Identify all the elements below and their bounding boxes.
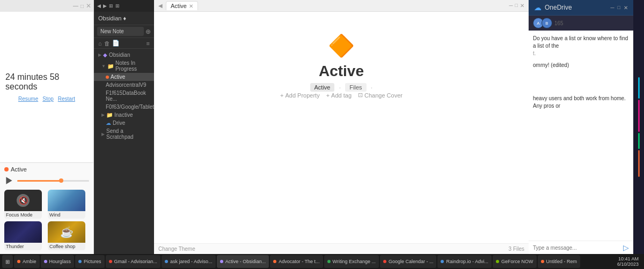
active-file-dot (106, 76, 109, 79)
tree-vault-obsidian[interactable]: ▶ ◆ Obsidian (94, 51, 154, 59)
volume-slider[interactable] (17, 180, 89, 182)
timer-restart-button[interactable]: Restart (58, 96, 75, 102)
new-note-icon[interactable]: ⊕ (145, 28, 151, 35)
onedrive-header: ☁ OneDrive ─ □ ✕ (529, 0, 633, 16)
vault-icon: ◆ (103, 52, 107, 58)
add-property-button[interactable]: + Add Property (280, 92, 320, 99)
tree-file-advisorcentral[interactable]: AdvisorcentralV9 (94, 81, 154, 89)
vault-chevron: ▶ (98, 53, 101, 57)
f0f63-label: F0f63/Google/Tablet... (106, 104, 154, 110)
tags-separator: · (339, 83, 341, 92)
timer-resume-button[interactable]: Resume (18, 96, 38, 102)
chat-message-3: heavy users and both work from home. Any… (533, 95, 629, 110)
files-icon[interactable]: 📄 (112, 40, 120, 47)
sound-card-focus[interactable]: 🔇 Focus Mode (4, 190, 42, 219)
tree-folder-scratch[interactable]: ▶ Send a Scratchpad (94, 127, 154, 141)
avatar-group: A B (533, 18, 552, 28)
start-icon: ⊞ (5, 259, 10, 265)
note-tag-active[interactable]: Active (310, 83, 335, 92)
taskbar-writing[interactable]: Writing Exchange ... (324, 255, 379, 268)
taskbar-raindrop[interactable]: Raindrop.io - Advi... (437, 255, 492, 268)
taskbar-geforce[interactable]: GeForce NOW (493, 255, 537, 268)
raindrop-label: Raindrop.io - Advi... (446, 259, 488, 264)
taskbar-pictures[interactable]: Pictures (75, 255, 105, 268)
play-pause-button[interactable] (4, 176, 14, 185)
note-tag-files[interactable]: Files (345, 83, 366, 92)
obsidian-nav-back[interactable]: ◀ (97, 3, 101, 9)
tree-file-active[interactable]: Active (94, 73, 154, 81)
timer-titlebar: ─ □ ✕ (0, 0, 93, 12)
obsidian-sidebar: ◀ ▶ ⊞ ⊞ Obsidian ♦ New Note ⊕ ⌂ 🗑 📄 ≡ ▶ … (94, 0, 154, 254)
chat-input-area: ▷ (529, 241, 633, 254)
vault-label: Obsidian (109, 52, 130, 58)
note-footer: Change Theme 3 Files (154, 243, 529, 254)
tree-file-f1f615[interactable]: F1f615DataBook Ne... (94, 89, 154, 103)
taskbar-start[interactable]: ⊞ (2, 255, 13, 268)
taskbar-gmail[interactable]: Gmail - Advisorian... (106, 255, 161, 268)
taskbar-ask-jared[interactable]: ask jared - Adviso... (162, 255, 216, 268)
taskbar-ambie[interactable]: Ambie (14, 255, 40, 268)
hourglass-label: Hourglass (49, 259, 71, 264)
obsidian-nav-home[interactable]: ⊞ (109, 3, 113, 9)
note-theme-label[interactable]: Change Theme (158, 246, 195, 252)
tree-folder-inactive[interactable]: ▶ 📁 Inactive (94, 111, 154, 119)
trash-icon[interactable]: 🗑 (104, 40, 110, 47)
writing-label: Writing Exchange ... (333, 259, 376, 264)
sound-header: Active (4, 166, 89, 173)
sound-card-thunder[interactable]: Thunder (4, 221, 42, 251)
note-content: 🔶 Active Active · Files · + Add Property… (154, 12, 529, 243)
sound-card-coffee[interactable]: ☕ Coffee shop (48, 221, 85, 251)
onedrive-min-btn[interactable]: ─ (610, 5, 614, 11)
tree-file-f0f63[interactable]: F0f63/Google/Tablet... (94, 103, 154, 111)
note-tab-active[interactable]: Active ✕ (166, 1, 198, 10)
timer-min-btn[interactable]: ─ (73, 2, 78, 10)
list-icon[interactable]: ≡ (147, 40, 150, 47)
onedrive-chat-panel: ☁ OneDrive ─ □ ✕ A B 165 Do you have a l… (529, 0, 633, 254)
add-tag-label: Add tag (331, 92, 352, 99)
sound-grid: 🔇 Focus Mode Wind Thunder ☕ Coffee shop (4, 190, 89, 251)
coffee-bg: ☕ (48, 221, 85, 243)
sound-card-wind[interactable]: Wind (48, 190, 85, 219)
sound-title: Active (11, 166, 27, 173)
chat-input[interactable] (533, 245, 623, 251)
new-note-button[interactable]: New Note (97, 27, 144, 36)
note-nav-back[interactable]: ◀ (158, 3, 163, 9)
obsidian-nav-grid[interactable]: ⊞ (115, 3, 120, 9)
change-cover-button[interactable]: ⊡ Change Cover (358, 92, 402, 99)
onedrive-close-btn[interactable]: ✕ (624, 5, 628, 11)
chat-message-1-continuation: t. (533, 50, 629, 57)
scratch-label: Send a Scratchpad (106, 128, 150, 140)
clock-date: 6/10/2023 (617, 261, 639, 267)
thunder-bg (4, 221, 42, 243)
note-nav: ◀ (158, 3, 163, 9)
taskbar-obsidian[interactable]: Active - Obsidian... (217, 255, 269, 268)
taskbar-google-cal[interactable]: Google Calendar - ... (380, 255, 437, 268)
advocator-dot (273, 260, 276, 263)
send-message-button[interactable]: ▷ (623, 243, 629, 252)
taskbar-untitled[interactable]: Untitled - Rem (538, 255, 581, 268)
volume-thumb[interactable] (59, 178, 63, 183)
note-close-btn[interactable]: ✕ (520, 3, 524, 9)
add-tag-button[interactable]: + Add tag (326, 92, 352, 99)
note-tab-close[interactable]: ✕ (189, 3, 193, 9)
inactive-folder-icon: 📁 (106, 112, 113, 118)
taskbar-hourglass[interactable]: Hourglass (41, 255, 75, 268)
tree-notes-in-progress[interactable]: ▼ 📁 Notes In Progress (94, 59, 154, 73)
timer-max-btn[interactable]: □ (80, 3, 84, 9)
note-min-btn[interactable]: ─ (509, 3, 513, 9)
timer-close-btn[interactable]: ✕ (86, 2, 91, 10)
ask-jared-dot (165, 260, 168, 263)
tree-file-drive[interactable]: ☁ Drive (94, 119, 154, 127)
home-icon[interactable]: ⌂ (98, 40, 102, 47)
taskbar-advocator[interactable]: Advocator - The t... (270, 255, 323, 268)
onedrive-max-btn[interactable]: □ (618, 5, 620, 10)
thunder-label: Thunder (4, 243, 42, 250)
geforce-label: GeForce NOW (501, 259, 533, 264)
scratch-chevron: ▶ (101, 132, 105, 137)
obsidian-nav-forward[interactable]: ▶ (103, 3, 107, 9)
timer-stop-button[interactable]: Stop (42, 96, 54, 102)
note-max-btn[interactable]: □ (515, 3, 518, 9)
focus-icon: 🔇 (17, 194, 30, 207)
obsidian-toolbar: ⌂ 🗑 📄 ≡ (94, 38, 154, 49)
new-note-row: New Note ⊕ (94, 25, 154, 38)
